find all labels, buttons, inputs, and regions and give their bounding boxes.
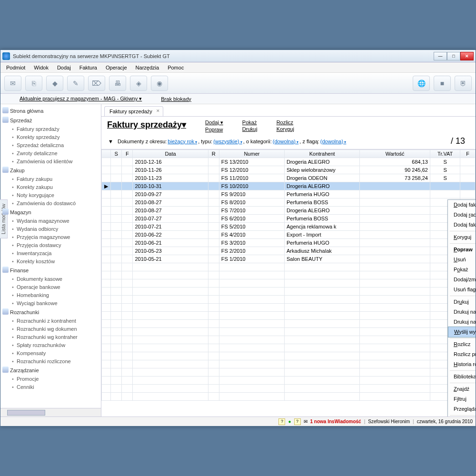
tree-cat[interactable]: Zakup	[1, 166, 100, 175]
tree-item[interactable]: Homebanking	[1, 291, 100, 299]
toolbar-btn-7[interactable]: ◈	[130, 76, 147, 91]
tree-item[interactable]: Przyjęcia magazynowe	[1, 233, 100, 241]
tree-item[interactable]: Korekty zakupu	[1, 183, 100, 191]
tree-item[interactable]: Sprzedaż detaliczna	[1, 141, 100, 149]
tree-item[interactable]: Kompensaty	[1, 349, 100, 357]
table-row[interactable]: 2010-12-16FS 13/2010Drogeria ALEGRO684,1…	[102, 158, 476, 166]
ctx-item[interactable]: PrzeglądajF9	[448, 404, 476, 414]
tree-item[interactable]: Faktury zakupu	[1, 175, 100, 183]
data-grid[interactable]: SFDataRNumerKontrahentWartośćTr.VATF 201…	[101, 149, 476, 416]
ctx-item[interactable]: Wyślij wydruk pocztą elektroniczną	[448, 327, 476, 337]
tree-item[interactable]: Rozrachunki z kontrahent	[1, 317, 100, 325]
tree-item[interactable]: Inwentaryzacja	[1, 249, 100, 258]
ctx-item[interactable]: Drukuj naklejki z towarami	[448, 307, 476, 317]
action-link[interactable]: Rozlicz	[277, 119, 294, 125]
ctx-item[interactable]: Dodaj fakturę detaliczną bez paragonu	[448, 220, 476, 230]
tree-cat[interactable]: Finanse	[1, 266, 100, 275]
ctx-item[interactable]: Rozlicz	[448, 339, 476, 349]
toolbar-btn-3[interactable]: ◆	[46, 76, 63, 91]
tree-item[interactable]: Zamówienia do dostawcó	[1, 199, 100, 208]
ctx-item[interactable]: Koryguj	[448, 232, 476, 242]
table-row[interactable]: 2010-07-27FS 6/2010Perfumeria BOSS	[102, 215, 476, 223]
toolbar-btn-5[interactable]: ⌦	[88, 76, 105, 91]
minimize-button[interactable]: —	[434, 52, 447, 60]
ctx-item[interactable]: PokażF3	[448, 265, 476, 275]
column-header[interactable]: Tr.VAT	[430, 150, 460, 158]
tree-cat[interactable]: Strona główna	[1, 106, 100, 116]
ctx-item[interactable]: DrukujCtrl+P	[448, 297, 476, 307]
ctx-item[interactable]: Drukuj naklejki z kontrahentami	[448, 317, 476, 327]
ctx-item[interactable]: Dodaj fakturę sprzedażyInsert	[448, 200, 476, 210]
ctx-item[interactable]: Historia rozliczenia	[448, 359, 476, 369]
filter-type[interactable]: (wszystkie)	[213, 139, 242, 144]
table-row[interactable]: 2010-08-27FS 7/2010Drogeria ALEGRO	[102, 207, 476, 215]
ctx-item[interactable]: PoprawEnter	[448, 245, 476, 255]
tree-cat[interactable]: Magazyn	[1, 208, 100, 217]
toolbar-btn-8[interactable]: ◉	[151, 76, 168, 91]
table-row[interactable]: 2010-06-21FS 3/2010Perfumeria HUGO	[102, 239, 476, 247]
tree-item[interactable]: Cenniki	[1, 383, 100, 391]
help-icon[interactable]: ?	[278, 418, 285, 425]
tree-item[interactable]: Dokumenty kasowe	[1, 275, 100, 283]
menu-pomoc[interactable]: Pomoc	[164, 63, 188, 72]
ctx-item[interactable]: Biblioteka dokumentów	[448, 372, 476, 382]
warehouse-link[interactable]: Aktualnie pracujesz z magazynem - MAG - …	[20, 96, 142, 102]
module-tree[interactable]: Strona głównaSprzedażFaktury sprzedażyKo…	[0, 104, 101, 408]
tree-item[interactable]: Faktury sprzedaży	[1, 125, 100, 133]
tree-item[interactable]: Noty korygujące	[1, 191, 100, 199]
action-link[interactable]: Drukuj	[242, 126, 258, 132]
table-row[interactable]: ▶2010-10-31FS 10/2010Drogeria ALEGRO	[102, 182, 476, 190]
menu-narzędzia[interactable]: Narzędzia	[132, 63, 163, 72]
tree-item[interactable]: Korekty sprzedaży	[1, 133, 100, 141]
action-link[interactable]: Dodaj ▾	[205, 119, 223, 126]
tab-close-icon[interactable]: ✕	[156, 109, 160, 113]
ctx-item[interactable]: FiltrujF8	[448, 394, 476, 404]
table-row[interactable]: 2010-06-22FS 4/2010Export - Import	[102, 231, 476, 239]
collapse-icon[interactable]: ▼	[108, 139, 113, 144]
tree-item[interactable]: Rozrachunki rozliczone	[1, 357, 100, 366]
tree-item[interactable]: Operacje bankowe	[1, 283, 100, 291]
menu-widok[interactable]: Widok	[30, 63, 52, 72]
menu-dodaj[interactable]: Dodaj	[53, 63, 75, 72]
ctx-item[interactable]: Usuń flagęShift+F2	[448, 285, 476, 295]
tree-item[interactable]: Zamówienia od klientów	[1, 158, 100, 166]
context-menu[interactable]: Dodaj fakturę sprzedażyInsertDodaj rachu…	[447, 199, 476, 416]
toolbar-btn-1[interactable]: ✉	[4, 76, 21, 91]
tree-item[interactable]: Przyjęcia dostawcy	[1, 241, 100, 249]
table-row[interactable]: 2010-05-23FS 2/2010Arkadiusz Michalak	[102, 247, 476, 255]
ctx-item[interactable]: Dodaj/zmień flagęF2	[448, 275, 476, 285]
toolbar-globe-icon[interactable]: 🌐	[413, 76, 430, 91]
column-header[interactable]: F	[460, 150, 476, 158]
column-header[interactable]: Numer	[219, 150, 284, 158]
menu-podmiot[interactable]: Podmiot	[2, 63, 29, 72]
status-message[interactable]: 1 nowa InsWiadomość	[310, 419, 361, 424]
maximize-button[interactable]: □	[447, 52, 460, 60]
filter-category[interactable]: (dowolna)	[273, 139, 299, 144]
ctx-item[interactable]: Rozlicz przez skojarzenie	[448, 349, 476, 359]
tree-item[interactable]: Spłaty rozrachunków	[1, 341, 100, 349]
tree-item[interactable]: Korekty kosztów	[1, 258, 100, 266]
menu-operacje[interactable]: Operacje	[102, 63, 131, 72]
tree-item[interactable]: Wyciągi bankowe	[1, 299, 100, 307]
tree-item[interactable]: Wydania odbiorcy	[1, 225, 100, 233]
toolbar-box-icon[interactable]: ■	[434, 76, 451, 91]
tree-cat[interactable]: Zarządzanie	[1, 366, 100, 375]
action-link[interactable]: Koryguj	[277, 126, 294, 132]
tree-item[interactable]: Rozrachunki wg dokumen	[1, 325, 100, 333]
table-row[interactable]: 2010-11-23FS 11/2010Drogeria ODEON73 258…	[102, 174, 476, 182]
action-link[interactable]: Popraw	[205, 127, 223, 132]
column-header[interactable]: Kontrahent	[285, 150, 360, 158]
toolbar-btn-2[interactable]: ⎘	[25, 76, 42, 91]
sidebar-scrollbar[interactable]	[0, 408, 101, 416]
table-row[interactable]: 2010-11-26FS 12/2010Sklep wielobranżowy9…	[102, 166, 476, 174]
table-row[interactable]: 2010-07-21FS 5/2010Agencja reklamowa k	[102, 223, 476, 231]
tab-faktury[interactable]: Faktury sprzedaży ✕	[104, 106, 163, 116]
ctx-item[interactable]: Dodaj rachunek sprzedaży	[448, 210, 476, 220]
tree-item[interactable]: Rozrachunki wg kontraher	[1, 333, 100, 341]
action-link[interactable]: Pokaż	[242, 119, 258, 125]
tree-item[interactable]: Wydania magazynowe	[1, 217, 100, 225]
tree-cat[interactable]: Rozrachunki	[1, 307, 100, 317]
tree-cat[interactable]: Sprzedaż	[1, 116, 100, 125]
column-header[interactable]: S	[110, 150, 121, 158]
lock-link[interactable]: Brak blokady	[161, 96, 191, 102]
